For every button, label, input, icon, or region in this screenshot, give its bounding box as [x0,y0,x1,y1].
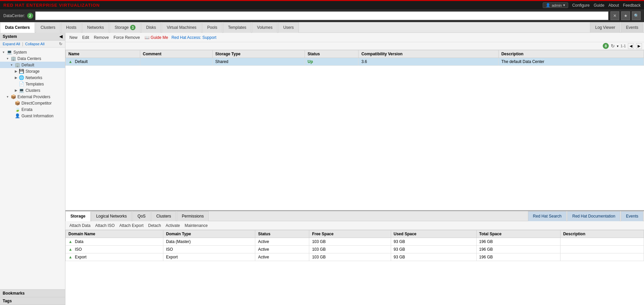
tree-item-default[interactable]: ▾ 🏢 Default [0,62,65,68]
lower-tab-red-hat-search[interactable]: Red Hat Search [528,211,567,221]
table-row[interactable]: ▲ Default Shared Up 3.6 The default Data… [66,58,644,66]
expand-all-link[interactable]: Expand All [3,42,20,46]
collapse-all-link[interactable]: Collapse All [25,42,44,46]
datacenter-icon: 🏢 [11,56,16,61]
attach-iso-button[interactable]: Attach ISO [94,223,116,229]
tab-pools[interactable]: Pools [202,22,222,33]
tree-item-direct-competitor[interactable]: 📦 DirectCompetitor [0,100,65,106]
tab-events[interactable]: Events [621,22,643,33]
lcol-status[interactable]: Status [255,230,309,238]
cell-comment [140,58,212,66]
col-comment[interactable]: Comment [140,50,212,58]
search-label: DataCenter: [3,13,25,18]
support-link[interactable]: Red Hat Access: Support [171,35,216,40]
bookmarks-header[interactable]: Bookmarks [0,290,65,297]
template-icon: 📄 [19,81,24,86]
tab-data-centers[interactable]: Data Centers [0,22,35,33]
lower-tab-permissions[interactable]: Permissions [177,211,209,221]
tree-item-networks[interactable]: ▶ 🌐 Networks [0,74,65,81]
tree-item-templates[interactable]: 📄 Templates [0,81,65,87]
attach-data-button[interactable]: Attach Data [68,223,92,229]
feedback-link[interactable]: Feedback [623,3,641,8]
configure-link[interactable]: Configure [572,3,590,8]
tab-networks[interactable]: Networks [82,22,109,33]
lcol-used-space[interactable]: Used Space [391,230,476,238]
tab-users[interactable]: Users [278,22,299,33]
lower-tab-logical-networks[interactable]: Logical Networks [91,211,132,221]
maintenance-button[interactable]: Maintenance [183,223,209,229]
lower-tab-storage[interactable]: Storage [65,211,91,221]
about-link[interactable]: About [608,3,619,8]
tab-hosts[interactable]: Hosts [61,22,82,33]
lcell-description [560,238,644,246]
lcell-free-space: 103 GB [309,253,391,261]
edit-button[interactable]: Edit [81,35,91,41]
tree-item-guest-info[interactable]: 👤 Guest Information [0,113,65,119]
top-bar: RED HAT ENTERPRISE VIRTUALIZATION 👤 admi… [0,0,644,9]
lower-table-row[interactable]: ▲ ISO ISO Active 103 GB 93 GB 196 GB [66,246,644,253]
tab-volumes[interactable]: Volumes [252,22,277,33]
prev-page-button[interactable]: ◀ [628,43,634,49]
col-storage-type[interactable]: Storage Type [212,50,305,58]
tab-virtual-machines[interactable]: Virtual Machines [162,22,202,33]
admin-menu[interactable]: 👤 admin ▾ [543,2,568,8]
bookmark-search-button[interactable]: ★ [621,11,630,20]
cell-description: The default Data Center [498,58,644,66]
cell-storage-type: Shared [212,58,305,66]
force-remove-button[interactable]: Force Remove [112,35,141,41]
refresh-tree-icon[interactable]: ↻ [59,42,62,46]
col-status[interactable]: Status [305,50,359,58]
content-area: System ◀ Expand All | Collapse All ↻ ▾ 💻… [0,33,644,305]
new-button[interactable]: New [68,35,79,41]
next-page-button[interactable]: ▶ [636,43,642,49]
tree-item-datacenters[interactable]: ▾ 🏢 Data Centers [0,55,65,62]
lower-tab-red-hat-doc[interactable]: Red Hat Documentation [567,211,620,221]
default-datacenter-icon: 🏢 [15,62,20,67]
left-panel: System ◀ Expand All | Collapse All ↻ ▾ 💻… [0,33,65,305]
guide-link[interactable]: Guide [594,3,604,8]
search-input[interactable] [35,11,608,20]
tags-header[interactable]: Tags [0,297,65,305]
tree-item-external-providers[interactable]: ▾ 📦 External Providers [0,94,65,100]
clear-search-button[interactable]: ✕ [610,11,619,20]
tab-log-viewer[interactable]: Log Viewer [590,22,620,33]
left-bottom: Bookmarks Tags [0,289,65,305]
page-info: 1-1 [621,44,626,48]
tree-item-system[interactable]: ▾ 💻 System [0,49,65,55]
tab-templates[interactable]: Templates [223,22,252,33]
remove-button[interactable]: Remove [93,35,110,41]
lcol-domain-type[interactable]: Domain Type [163,230,255,238]
tab-disks[interactable]: Disks [141,22,161,33]
col-compat[interactable]: Compatibility Version [359,50,498,58]
lcell-domain-type: Data (Master) [163,238,255,246]
tab-storage[interactable]: Storage 3 [110,22,141,33]
lower-tab-clusters[interactable]: Clusters [151,211,176,221]
lcol-free-space[interactable]: Free Space [309,230,391,238]
lcol-total-space[interactable]: Total Space [476,230,560,238]
tree-item-clusters[interactable]: ▶ 💻 Clusters [0,87,65,94]
lcol-domain-name[interactable]: Domain Name [66,230,163,238]
lower-tab-events[interactable]: Events [621,211,643,221]
lower-tab-qos[interactable]: QoS [132,211,151,221]
col-desc[interactable]: Description [498,50,644,58]
lower-table-row[interactable]: ▲ Export Export Active 103 GB 93 GB 196 … [66,253,644,261]
run-search-button[interactable]: 🔍 [632,11,641,20]
activate-button[interactable]: Activate [164,223,181,229]
tab-clusters[interactable]: Clusters [36,22,60,33]
dropdown-icon[interactable]: ▾ [617,44,619,48]
lcol-description[interactable]: Description [560,230,644,238]
attach-export-button[interactable]: Attach Export [118,223,145,229]
up-arrow-icon: ▲ [68,239,72,244]
refresh-icon[interactable]: ↻ [611,43,615,49]
detach-button[interactable]: Detach [147,223,162,229]
collapse-arrow[interactable]: ◀ [59,34,62,39]
lcell-description [560,246,644,253]
tree-item-errata[interactable]: 🍃 Errata [0,106,65,113]
lower-header-row: Domain Name Domain Type Status Free Spac… [66,230,644,238]
col-name[interactable]: Name [66,50,140,58]
errata-icon: 🍃 [15,107,20,112]
external-providers-icon: 📦 [11,94,16,99]
tree-item-storage[interactable]: ▶ 💾 Storage [0,68,65,74]
guide-me-button[interactable]: 📖 Guide Me [143,35,169,41]
lower-table-row[interactable]: ▲ Data Data (Master) Active 103 GB 93 GB… [66,238,644,246]
